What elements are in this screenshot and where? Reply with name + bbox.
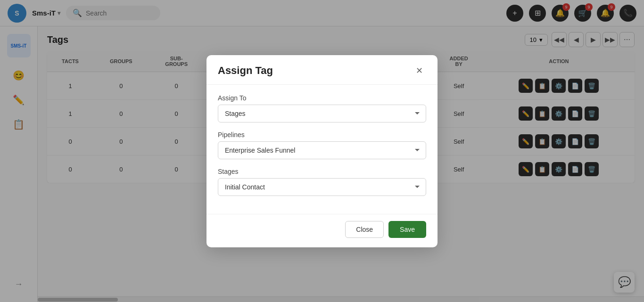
modal-body: Assign To Stages Pipelines Enterprise Sa… [206, 85, 438, 214]
modal-header: Assign Tag ✕ [206, 55, 438, 85]
stages-group: Stages Initial Contact [218, 168, 426, 196]
close-icon: ✕ [416, 65, 423, 76]
modal-close-button[interactable]: ✕ [412, 64, 426, 78]
modal-title: Assign Tag [218, 65, 273, 77]
close-modal-button[interactable]: Close [345, 221, 384, 238]
assign-to-group: Assign To Stages [218, 94, 426, 122]
assign-tag-modal: Assign Tag ✕ Assign To Stages Pipelines … [206, 55, 438, 247]
modal-overlay: Assign Tag ✕ Assign To Stages Pipelines … [0, 0, 644, 302]
stages-select[interactable]: Initial Contact [218, 178, 426, 196]
assign-to-select[interactable]: Stages [218, 105, 426, 122]
pipelines-label: Pipelines [218, 131, 426, 139]
stages-label: Stages [218, 168, 426, 175]
pipelines-select[interactable]: Enterprise Sales Funnel [218, 141, 426, 159]
modal-footer: Close Save [206, 214, 438, 247]
save-modal-button[interactable]: Save [388, 221, 426, 238]
pipelines-group: Pipelines Enterprise Sales Funnel [218, 131, 426, 159]
assign-to-label: Assign To [218, 94, 426, 102]
